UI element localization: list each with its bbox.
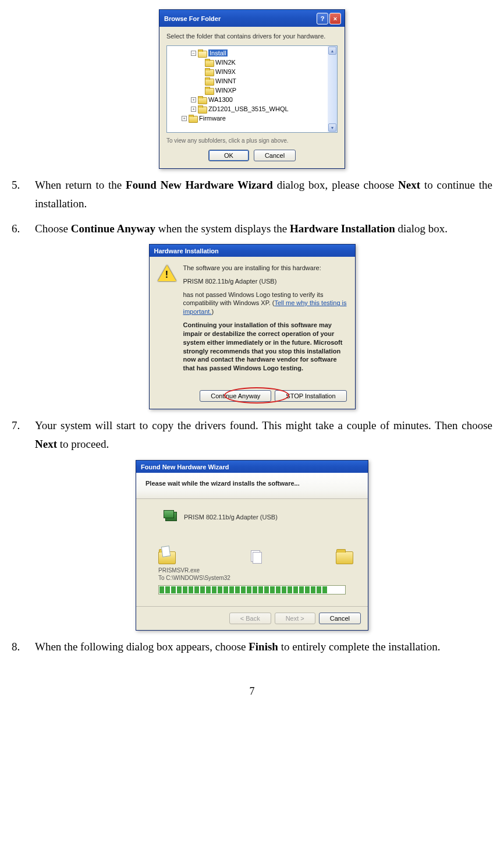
- next-button: Next >: [275, 613, 315, 624]
- step-text: When return to the Found New Hardware Wi…: [35, 176, 492, 214]
- help-button[interactable]: ?: [317, 13, 328, 24]
- ok-button[interactable]: OK: [208, 150, 249, 161]
- step-8: 8. When the following dialog box appears…: [12, 638, 492, 656]
- tree-selected-node[interactable]: Install: [208, 49, 228, 56]
- copy-info: PRISMSVR.exe To C:\WINDOWS\System32: [158, 567, 353, 582]
- browse-folder-dialog: Browse For Folder ? × Select the folder …: [159, 9, 345, 169]
- page-number: 7: [12, 685, 492, 698]
- step-5: 5. When return to the Found New Hardware…: [12, 176, 492, 214]
- browse-note: To view any subfolders, click a plus sig…: [166, 137, 338, 144]
- folder-icon: [205, 68, 213, 75]
- step-number: 6.: [12, 220, 35, 238]
- cancel-button[interactable]: Cancel: [254, 150, 296, 161]
- browse-folder-titlebar: Browse For Folder ? ×: [159, 10, 345, 27]
- found-hardware-wizard-dialog: Found New Hardware Wizard Please wait wh…: [136, 460, 368, 631]
- wizard-titlebar: Found New Hardware Wizard: [136, 461, 368, 473]
- tree-node[interactable]: WINNT: [215, 77, 236, 84]
- wizard-title: Found New Hardware Wizard: [141, 463, 229, 470]
- hw-install-title: Hardware Installation: [154, 247, 219, 254]
- step-7: 7. Your system will start to copy the dr…: [12, 416, 492, 454]
- expand-icon[interactable]: +: [191, 97, 196, 102]
- wizard-header: Please wait while the wizard installs th…: [136, 473, 368, 499]
- flying-file-icon: [251, 550, 261, 564]
- expand-icon[interactable]: +: [182, 116, 187, 121]
- folder-icon: [205, 77, 213, 84]
- step-text: Your system will start to copy the drive…: [35, 416, 492, 454]
- step-number: 7.: [12, 416, 35, 454]
- expand-icon[interactable]: +: [191, 107, 196, 112]
- scroll-down-icon[interactable]: ▾: [328, 123, 336, 132]
- device-row: PRISM 802.11b/g Adapter (USB): [163, 509, 353, 525]
- tree-node[interactable]: WIN2K: [215, 59, 236, 66]
- copy-animation: [158, 548, 353, 564]
- source-folder-icon: [158, 548, 175, 564]
- step-text: When the following dialog box appears, c…: [35, 638, 492, 656]
- tree-node[interactable]: Firmware: [199, 115, 226, 122]
- tree-node[interactable]: WINXP: [215, 87, 236, 94]
- tree-node[interactable]: WIN9X: [215, 68, 236, 75]
- folder-icon: [189, 115, 197, 122]
- dest-folder-icon: [336, 548, 353, 564]
- tree-node[interactable]: ZD1201_USB_3515_WHQL: [208, 105, 289, 112]
- folder-icon: [205, 87, 213, 94]
- titlebar-buttons: ? ×: [317, 13, 341, 24]
- scroll-up-icon[interactable]: ▴: [328, 47, 336, 55]
- folder-icon: [205, 59, 213, 66]
- hardware-installation-dialog: Hardware Installation The software you a…: [149, 244, 356, 409]
- folder-icon: [198, 105, 206, 112]
- hw-install-text: The software you are installing for this…: [183, 264, 347, 377]
- step-6: 6. Choose Continue Anyway when the syste…: [12, 220, 492, 238]
- step-number: 5.: [12, 176, 35, 214]
- cancel-button[interactable]: Cancel: [319, 613, 361, 624]
- warning-icon: [158, 264, 176, 282]
- close-button[interactable]: ×: [329, 13, 341, 24]
- tree-scrollbar[interactable]: ▴ ▾: [328, 46, 337, 132]
- folder-open-icon: [198, 49, 206, 56]
- folder-icon: [198, 96, 206, 103]
- collapse-icon[interactable]: −: [191, 51, 196, 56]
- browse-instruction: Select the folder that contains drivers …: [166, 33, 338, 40]
- device-chip-icon: [163, 509, 179, 525]
- hw-install-titlebar: Hardware Installation: [150, 245, 355, 257]
- back-button: < Back: [229, 613, 271, 624]
- continue-anyway-button[interactable]: Continue Anyway: [200, 390, 271, 402]
- stop-installation-button[interactable]: STOP Installation: [275, 390, 346, 402]
- step-number: 8.: [12, 638, 35, 656]
- folder-tree[interactable]: −Install WIN2K WIN9X WINNT WINXP +WA1300…: [166, 45, 338, 133]
- step-text: Choose Continue Anyway when the system d…: [35, 220, 492, 238]
- tree-node[interactable]: WA1300: [208, 96, 233, 103]
- progress-bar: [158, 585, 346, 594]
- browse-folder-title: Browse For Folder: [164, 15, 221, 22]
